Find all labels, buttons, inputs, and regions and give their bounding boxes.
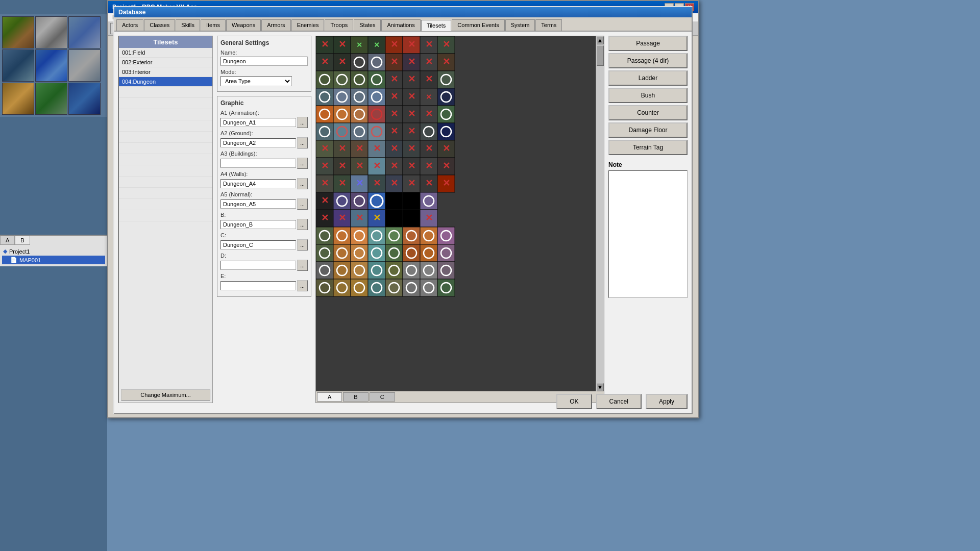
- b-label: B:: [220, 212, 308, 218]
- ladder-button[interactable]: Ladder: [608, 70, 688, 86]
- a4-browse-button[interactable]: ...: [297, 178, 308, 189]
- a5-input[interactable]: [220, 199, 296, 209]
- svg-rect-48: [316, 88, 333, 106]
- e-input[interactable]: [220, 281, 296, 290]
- svg-text:✕: ✕: [425, 213, 433, 223]
- tab-armors[interactable]: Armors: [261, 19, 290, 31]
- list-item-001[interactable]: 001:Field: [119, 48, 212, 58]
- a3-input[interactable]: [220, 159, 296, 168]
- list-item-003[interactable]: 003:Interior: [119, 67, 212, 77]
- a5-browse-button[interactable]: ...: [297, 198, 308, 210]
- tab-terms[interactable]: Terms: [535, 19, 562, 31]
- project-tab-b[interactable]: B: [15, 236, 30, 245]
- svg-rect-216: [420, 262, 437, 279]
- list-item-empty-11: [119, 199, 212, 210]
- svg-rect-184: [420, 227, 437, 244]
- map-item[interactable]: 📄 MAP001: [2, 256, 105, 264]
- a1-label: A1 (Animation):: [220, 110, 308, 116]
- c-input[interactable]: [220, 240, 296, 249]
- scroll-thumb[interactable]: [597, 45, 604, 66]
- e-browse-button[interactable]: ...: [297, 280, 308, 291]
- svg-rect-208: [351, 262, 368, 279]
- svg-text:✕: ✕: [373, 213, 381, 223]
- svg-rect-66: [333, 106, 351, 123]
- tileset-list-panel: Tilesets 001:Field 002:Exterior 003:Inte…: [118, 36, 213, 403]
- scroll-up-button[interactable]: ▲: [597, 36, 604, 44]
- svg-rect-234: [437, 279, 455, 296]
- tileset-tab-b[interactable]: B: [343, 392, 368, 402]
- a1-browse-button[interactable]: ...: [297, 117, 308, 128]
- a2-input[interactable]: [220, 138, 296, 147]
- svg-rect-230: [403, 279, 420, 296]
- tab-enemies[interactable]: Enemies: [291, 19, 325, 31]
- counter-button[interactable]: Counter: [608, 105, 688, 120]
- svg-text:✕: ✕: [373, 178, 381, 188]
- list-item-004[interactable]: 004:Dungeon: [119, 77, 212, 87]
- tileset-canvas[interactable]: ✕ ✕ ✕ ✕ ✕ ✕ ✕: [316, 36, 596, 391]
- svg-rect-80: [316, 123, 333, 140]
- list-item-002[interactable]: 002:Exterior: [119, 58, 212, 67]
- note-textarea[interactable]: [608, 170, 688, 298]
- cancel-button[interactable]: Cancel: [596, 394, 642, 409]
- svg-rect-176: [351, 227, 368, 244]
- a1-input[interactable]: [220, 118, 296, 127]
- svg-text:✕: ✕: [390, 161, 398, 171]
- project-panel: A B ◆ Project1 📄 MAP001: [0, 235, 107, 266]
- tab-items[interactable]: Items: [201, 19, 226, 31]
- terrain-tag-button[interactable]: Terrain Tag: [608, 140, 688, 155]
- svg-text:✕: ✕: [408, 109, 415, 119]
- tileset-tab-c[interactable]: C: [370, 392, 395, 402]
- svg-text:✕: ✕: [425, 109, 433, 119]
- tab-tilesets[interactable]: Tilesets: [421, 20, 452, 31]
- a4-input[interactable]: [220, 179, 296, 188]
- svg-rect-38: [368, 71, 385, 88]
- svg-text:✕: ✕: [443, 178, 450, 188]
- d-browse-button[interactable]: ...: [297, 260, 308, 271]
- svg-text:✕: ✕: [321, 213, 329, 223]
- change-max-button[interactable]: Change Maximum...: [121, 389, 210, 400]
- svg-rect-20: [351, 54, 368, 71]
- svg-rect-86: [368, 123, 385, 140]
- tab-animations[interactable]: Animations: [381, 19, 420, 31]
- tab-skills[interactable]: Skills: [176, 19, 200, 31]
- bush-button[interactable]: Bush: [608, 88, 688, 103]
- b-input[interactable]: [220, 220, 296, 229]
- tab-states[interactable]: States: [354, 19, 381, 31]
- svg-rect-204: [316, 262, 333, 279]
- list-header: Tilesets: [119, 36, 212, 48]
- editor-background: A B ◆ Project1 📄 MAP001: [0, 0, 107, 551]
- project-tab-a[interactable]: A: [0, 236, 15, 245]
- svg-rect-46: [437, 71, 455, 88]
- mode-select[interactable]: Area Type: [220, 76, 292, 86]
- apply-button[interactable]: Apply: [646, 394, 688, 409]
- tileset-tab-a[interactable]: A: [317, 392, 342, 402]
- a3-browse-button[interactable]: ...: [297, 158, 308, 169]
- general-settings-title: General Settings: [220, 39, 308, 46]
- tileset-list[interactable]: 001:Field 002:Exterior 003:Interior 004:…: [119, 48, 212, 387]
- passage4dir-button[interactable]: Passage (4 dir): [608, 53, 688, 68]
- tab-system[interactable]: System: [505, 19, 535, 31]
- name-input[interactable]: [220, 57, 308, 66]
- b-browse-button[interactable]: ...: [297, 219, 308, 230]
- tab-classes[interactable]: Classes: [144, 19, 175, 31]
- ok-button[interactable]: OK: [556, 394, 592, 409]
- passage-button[interactable]: Passage: [608, 36, 688, 51]
- list-item-empty-1: [119, 87, 212, 98]
- note-label: Note: [608, 161, 688, 168]
- svg-rect-36: [351, 71, 368, 88]
- damage-floor-button[interactable]: Damage Floor: [608, 122, 688, 138]
- c-browse-button[interactable]: ...: [297, 239, 308, 251]
- tileset-scrollbar[interactable]: ▲ ▼: [596, 36, 604, 391]
- scroll-down-button[interactable]: ▼: [597, 383, 604, 391]
- svg-text:✕: ✕: [373, 161, 381, 171]
- a2-browse-button[interactable]: ...: [297, 137, 308, 148]
- project-root[interactable]: ◆ Project1: [2, 247, 105, 256]
- tab-weapons[interactable]: Weapons: [226, 19, 261, 31]
- tab-troops[interactable]: Troops: [325, 19, 353, 31]
- svg-text:✕: ✕: [321, 178, 329, 188]
- tab-common-events[interactable]: Common Events: [452, 19, 504, 31]
- d-input[interactable]: [220, 261, 296, 270]
- list-item-empty-2: [119, 98, 212, 109]
- tab-actors[interactable]: Actors: [116, 19, 143, 31]
- svg-rect-156: [420, 192, 437, 210]
